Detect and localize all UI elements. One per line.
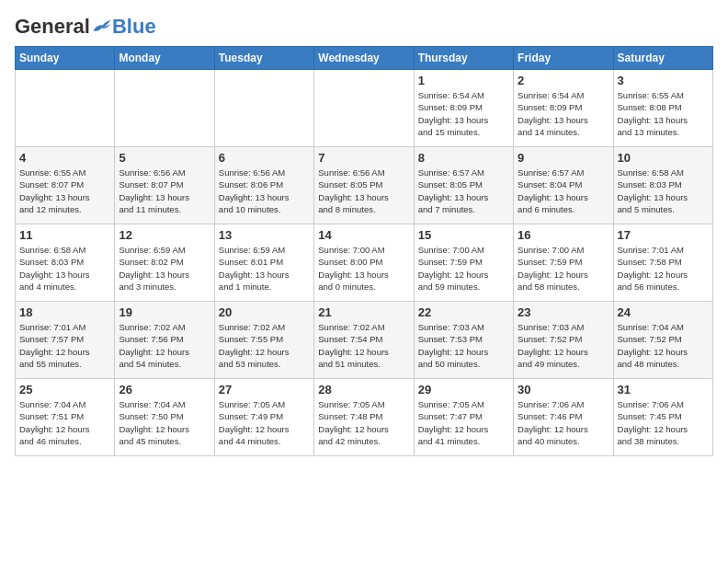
- calendar-week-row: 25Sunrise: 7:04 AM Sunset: 7:51 PM Dayli…: [16, 379, 713, 456]
- calendar-cell: 8Sunrise: 6:57 AM Sunset: 8:05 PM Daylig…: [414, 147, 513, 224]
- calendar-cell: 1Sunrise: 6:54 AM Sunset: 8:09 PM Daylig…: [414, 70, 513, 147]
- day-number: 7: [318, 151, 409, 165]
- day-info: Sunrise: 6:55 AM Sunset: 8:07 PM Dayligh…: [19, 167, 110, 215]
- calendar-cell: 30Sunrise: 7:06 AM Sunset: 7:46 PM Dayli…: [514, 379, 613, 456]
- day-info: Sunrise: 7:01 AM Sunset: 7:58 PM Dayligh…: [618, 244, 709, 293]
- day-number: 11: [19, 228, 110, 242]
- calendar-cell: 19Sunrise: 7:02 AM Sunset: 7:56 PM Dayli…: [115, 302, 214, 379]
- day-info: Sunrise: 7:02 AM Sunset: 7:56 PM Dayligh…: [119, 321, 210, 370]
- day-number: 31: [618, 383, 709, 396]
- day-info: Sunrise: 6:56 AM Sunset: 8:05 PM Dayligh…: [318, 167, 409, 215]
- day-info: Sunrise: 7:01 AM Sunset: 7:57 PM Dayligh…: [19, 321, 110, 370]
- calendar-week-row: 18Sunrise: 7:01 AM Sunset: 7:57 PM Dayli…: [16, 302, 713, 379]
- day-number: 30: [518, 383, 609, 396]
- calendar-week-row: 1Sunrise: 6:54 AM Sunset: 8:09 PM Daylig…: [16, 70, 713, 147]
- day-info: Sunrise: 6:59 AM Sunset: 8:01 PM Dayligh…: [219, 244, 310, 293]
- day-info: Sunrise: 7:05 AM Sunset: 7:48 PM Dayligh…: [318, 398, 409, 447]
- day-info: Sunrise: 7:04 AM Sunset: 7:51 PM Dayligh…: [19, 398, 110, 447]
- day-info: Sunrise: 6:58 AM Sunset: 8:03 PM Dayligh…: [19, 244, 110, 293]
- day-number: 17: [618, 228, 709, 242]
- calendar-cell: 6Sunrise: 6:56 AM Sunset: 8:06 PM Daylig…: [214, 147, 313, 224]
- weekday-header-wednesday: Wednesday: [314, 47, 414, 70]
- weekday-header-monday: Monday: [115, 47, 214, 70]
- day-number: 8: [418, 151, 509, 165]
- calendar-cell: 5Sunrise: 6:56 AM Sunset: 8:07 PM Daylig…: [115, 147, 214, 224]
- calendar-table: SundayMondayTuesdayWednesdayThursdayFrid…: [15, 46, 713, 456]
- day-number: 18: [19, 305, 110, 319]
- day-info: Sunrise: 7:00 AM Sunset: 7:59 PM Dayligh…: [418, 244, 509, 293]
- calendar-cell: 18Sunrise: 7:01 AM Sunset: 7:57 PM Dayli…: [16, 302, 115, 379]
- day-number: 9: [518, 151, 609, 165]
- weekday-header-thursday: Thursday: [414, 47, 513, 70]
- day-number: 13: [219, 228, 310, 242]
- weekday-header-saturday: Saturday: [613, 47, 712, 70]
- weekday-header-row: SundayMondayTuesdayWednesdayThursdayFrid…: [16, 47, 713, 70]
- calendar-cell: 14Sunrise: 7:00 AM Sunset: 8:00 PM Dayli…: [314, 224, 414, 302]
- weekday-header-sunday: Sunday: [16, 47, 115, 70]
- logo-bird-icon: [92, 18, 112, 35]
- logo-general-text: General: [15, 15, 90, 39]
- calendar-cell: 12Sunrise: 6:59 AM Sunset: 8:02 PM Dayli…: [115, 224, 214, 302]
- day-info: Sunrise: 7:00 AM Sunset: 8:00 PM Dayligh…: [318, 244, 409, 293]
- calendar-cell: 22Sunrise: 7:03 AM Sunset: 7:53 PM Dayli…: [414, 302, 513, 379]
- calendar-cell: 17Sunrise: 7:01 AM Sunset: 7:58 PM Dayli…: [613, 224, 712, 302]
- calendar-cell: 23Sunrise: 7:03 AM Sunset: 7:52 PM Dayli…: [514, 302, 613, 379]
- day-number: 14: [318, 228, 409, 242]
- day-number: 22: [418, 305, 509, 319]
- day-info: Sunrise: 7:06 AM Sunset: 7:46 PM Dayligh…: [518, 398, 609, 447]
- logo-blue-text: Blue: [112, 15, 156, 39]
- calendar-cell: 28Sunrise: 7:05 AM Sunset: 7:48 PM Dayli…: [314, 379, 414, 456]
- calendar-cell: [314, 70, 414, 147]
- calendar-week-row: 4Sunrise: 6:55 AM Sunset: 8:07 PM Daylig…: [16, 147, 713, 224]
- day-number: 6: [219, 151, 310, 165]
- day-info: Sunrise: 6:54 AM Sunset: 8:09 PM Dayligh…: [418, 89, 509, 138]
- day-number: 20: [219, 305, 310, 319]
- day-number: 23: [518, 305, 609, 319]
- day-info: Sunrise: 7:03 AM Sunset: 7:53 PM Dayligh…: [418, 321, 509, 370]
- calendar-cell: 26Sunrise: 7:04 AM Sunset: 7:50 PM Dayli…: [115, 379, 214, 456]
- calendar-cell: 9Sunrise: 6:57 AM Sunset: 8:04 PM Daylig…: [514, 147, 613, 224]
- day-number: 15: [418, 228, 509, 242]
- calendar-cell: 15Sunrise: 7:00 AM Sunset: 7:59 PM Dayli…: [414, 224, 513, 302]
- day-number: 1: [418, 74, 509, 87]
- calendar-cell: [16, 70, 115, 147]
- calendar-cell: 3Sunrise: 6:55 AM Sunset: 8:08 PM Daylig…: [613, 70, 712, 147]
- day-number: 19: [119, 305, 210, 319]
- calendar-cell: 4Sunrise: 6:55 AM Sunset: 8:07 PM Daylig…: [16, 147, 115, 224]
- calendar-cell: 21Sunrise: 7:02 AM Sunset: 7:54 PM Dayli…: [314, 302, 414, 379]
- day-number: 2: [518, 74, 609, 87]
- day-number: 10: [618, 151, 709, 165]
- weekday-header-friday: Friday: [514, 47, 613, 70]
- calendar-cell: 31Sunrise: 7:06 AM Sunset: 7:45 PM Dayli…: [613, 379, 712, 456]
- day-info: Sunrise: 6:56 AM Sunset: 8:07 PM Dayligh…: [119, 167, 210, 215]
- day-info: Sunrise: 7:05 AM Sunset: 7:47 PM Dayligh…: [418, 398, 509, 447]
- day-info: Sunrise: 7:02 AM Sunset: 7:54 PM Dayligh…: [318, 321, 409, 370]
- day-info: Sunrise: 7:06 AM Sunset: 7:45 PM Dayligh…: [618, 398, 709, 447]
- day-info: Sunrise: 7:04 AM Sunset: 7:50 PM Dayligh…: [119, 398, 210, 447]
- day-number: 26: [119, 383, 210, 396]
- day-info: Sunrise: 6:57 AM Sunset: 8:04 PM Dayligh…: [518, 167, 609, 215]
- weekday-header-tuesday: Tuesday: [214, 47, 313, 70]
- day-info: Sunrise: 7:02 AM Sunset: 7:55 PM Dayligh…: [219, 321, 310, 370]
- day-info: Sunrise: 7:03 AM Sunset: 7:52 PM Dayligh…: [518, 321, 609, 370]
- calendar-cell: 29Sunrise: 7:05 AM Sunset: 7:47 PM Dayli…: [414, 379, 513, 456]
- day-number: 4: [19, 151, 110, 165]
- calendar-cell: 20Sunrise: 7:02 AM Sunset: 7:55 PM Dayli…: [214, 302, 313, 379]
- calendar-cell: 2Sunrise: 6:54 AM Sunset: 8:09 PM Daylig…: [514, 70, 613, 147]
- day-number: 21: [318, 305, 409, 319]
- day-number: 27: [219, 383, 310, 396]
- day-number: 25: [19, 383, 110, 396]
- logo: General Blue: [15, 15, 156, 39]
- day-info: Sunrise: 7:00 AM Sunset: 7:59 PM Dayligh…: [518, 244, 609, 293]
- day-number: 12: [119, 228, 210, 242]
- day-info: Sunrise: 7:04 AM Sunset: 7:52 PM Dayligh…: [618, 321, 709, 370]
- day-info: Sunrise: 6:59 AM Sunset: 8:02 PM Dayligh…: [119, 244, 210, 293]
- day-info: Sunrise: 6:57 AM Sunset: 8:05 PM Dayligh…: [418, 167, 509, 215]
- calendar-cell: [214, 70, 313, 147]
- calendar-week-row: 11Sunrise: 6:58 AM Sunset: 8:03 PM Dayli…: [16, 224, 713, 302]
- calendar-cell: 11Sunrise: 6:58 AM Sunset: 8:03 PM Dayli…: [16, 224, 115, 302]
- calendar-cell: [115, 70, 214, 147]
- day-number: 16: [518, 228, 609, 242]
- calendar-cell: 10Sunrise: 6:58 AM Sunset: 8:03 PM Dayli…: [613, 147, 712, 224]
- day-info: Sunrise: 7:05 AM Sunset: 7:49 PM Dayligh…: [219, 398, 310, 447]
